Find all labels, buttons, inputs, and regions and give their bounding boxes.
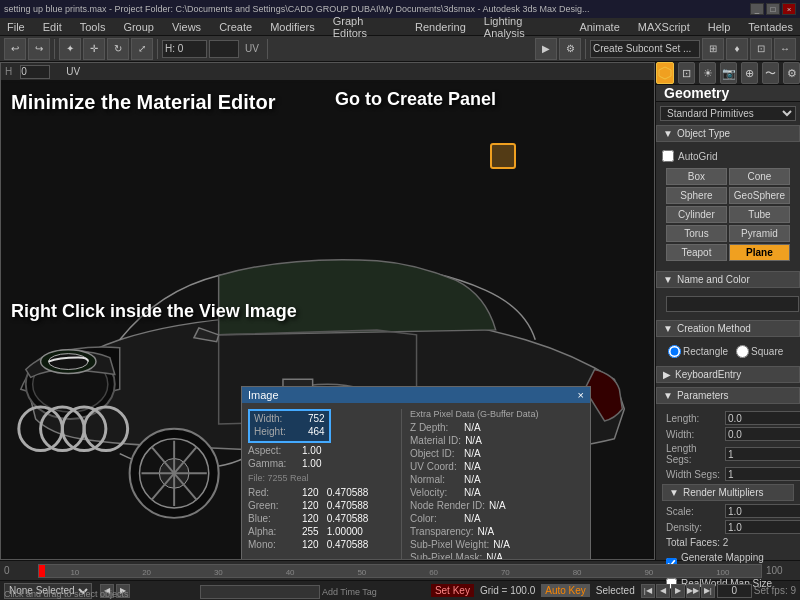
menu-group[interactable]: Group [120, 21, 157, 33]
redo-btn[interactable]: ↪ [28, 38, 50, 60]
spacewarps-icon-btn[interactable]: 〜 [762, 62, 779, 84]
auto-key-btn[interactable]: Auto Key [541, 584, 590, 597]
helpers-icon-btn[interactable]: ⊕ [741, 62, 758, 84]
pyramid-btn[interactable]: Pyramid [729, 225, 790, 242]
rectangle-radio[interactable]: Rectangle [668, 345, 728, 358]
tick-40: 40 [286, 568, 295, 577]
width-row: Width: 752 [254, 413, 325, 424]
prev-btn[interactable]: ◀ [656, 584, 670, 598]
matid-row: Material ID: N/A [410, 435, 584, 446]
nodeid-row: Node Render ID: N/A [410, 500, 584, 511]
rotate-btn[interactable]: ↻ [107, 38, 129, 60]
car-image[interactable]: Minimize the Material Editor Go to Creat… [1, 81, 654, 559]
object-name-input[interactable] [666, 296, 799, 312]
lsegs-input[interactable] [725, 447, 800, 461]
tb-btn1[interactable]: ⊞ [702, 38, 724, 60]
render-mult-section[interactable]: ▼ Render Multipliers [662, 484, 794, 501]
window-controls[interactable]: _ □ × [750, 3, 796, 15]
plane-btn[interactable]: Plane [729, 244, 790, 261]
move-btn[interactable]: ✛ [83, 38, 105, 60]
image-dialog-title[interactable]: Image × [242, 387, 590, 403]
width-input[interactable] [725, 427, 800, 441]
geometry-label: Geometry [656, 85, 800, 102]
y-input[interactable] [209, 40, 239, 58]
viewport-area: H UV [0, 62, 655, 560]
go-end-btn[interactable]: ▶| [701, 584, 715, 598]
menu-create[interactable]: Create [216, 21, 255, 33]
keyboard-entry-section[interactable]: ▶ KeyboardEntry [656, 366, 800, 383]
tube-btn[interactable]: Tube [729, 206, 790, 223]
systems-icon-btn[interactable]: ⚙ [783, 62, 800, 84]
tb-btn4[interactable]: ↔ [774, 38, 796, 60]
green-row: Green: 120 0.470588 [248, 500, 393, 511]
menu-bar: File Edit Tools Group Views Create Modif… [0, 18, 800, 36]
teapot-btn[interactable]: Teapot [666, 244, 727, 261]
named-sel-input[interactable] [590, 40, 700, 58]
square-radio[interactable]: Square [736, 345, 783, 358]
tb-btn2[interactable]: ♦ [726, 38, 748, 60]
cone-btn[interactable]: Cone [729, 168, 790, 185]
svg-marker-23 [659, 67, 671, 79]
right-status: Set Key Grid = 100.0 Auto Key Selected |… [431, 584, 796, 598]
primitives-dropdown[interactable]: Standard Primitives [660, 106, 796, 121]
menu-edit[interactable]: Edit [40, 21, 65, 33]
lights-icon-btn[interactable]: ☀ [699, 62, 716, 84]
menu-file[interactable]: File [4, 21, 28, 33]
undo-btn[interactable]: ↩ [4, 38, 26, 60]
cylinder-btn[interactable]: Cylinder [666, 206, 727, 223]
maximize-btn[interactable]: □ [766, 3, 780, 15]
mono-row: Mono: 120 0.470588 [248, 539, 393, 550]
menu-help[interactable]: Help [705, 21, 734, 33]
menu-lighting[interactable]: Lighting Analysis [481, 15, 565, 39]
add-time-input[interactable] [200, 585, 320, 599]
render-settings-btn[interactable]: ⚙ [559, 38, 581, 60]
minimize-btn[interactable]: _ [750, 3, 764, 15]
length-input[interactable] [725, 411, 800, 425]
menu-tools[interactable]: Tools [77, 21, 109, 33]
wsegs-input[interactable] [725, 467, 800, 481]
timeline-track[interactable]: 10 20 30 40 50 60 70 80 90 100 [38, 564, 762, 578]
scale-btn[interactable]: ⤢ [131, 38, 153, 60]
density-input[interactable] [725, 520, 800, 534]
name-color-section[interactable]: ▼ Name and Color [656, 271, 800, 288]
torus-btn[interactable]: Torus [666, 225, 727, 242]
fwd-btn[interactable]: ▶▶ [686, 584, 700, 598]
viewport-h-input[interactable] [20, 65, 50, 79]
menu-views[interactable]: Views [169, 21, 204, 33]
scale-row: Scale: ▲ ▼ [662, 503, 794, 519]
x-input[interactable] [162, 40, 207, 58]
menu-rendering[interactable]: Rendering [412, 21, 469, 33]
parameters-section[interactable]: ▼ Parameters [656, 387, 800, 404]
autogrid-cb[interactable] [662, 150, 674, 162]
set-key-area[interactable]: Set Key [431, 584, 474, 597]
menu-modifiers[interactable]: Modifiers [267, 21, 318, 33]
geosphere-btn[interactable]: GeoSphere [729, 187, 790, 204]
select-btn[interactable]: ✦ [59, 38, 81, 60]
grid-display: Grid = 100.0 [480, 585, 535, 596]
image-dialog-content: Width: 752 Height: 464 Aspect: [242, 403, 590, 559]
transparency-row: Transparency: N/A [410, 526, 584, 537]
object-type-section[interactable]: ▼ Object Type [656, 125, 800, 142]
menu-animate[interactable]: Animate [576, 21, 622, 33]
creation-method-section[interactable]: ▼ Creation Method [656, 320, 800, 337]
play-btn[interactable]: ▶ [671, 584, 685, 598]
menu-maxscript[interactable]: MAXScript [635, 21, 693, 33]
close-btn[interactable]: × [782, 3, 796, 15]
creation-method-content: Rectangle Square [656, 339, 800, 364]
scale-input[interactable] [725, 504, 800, 518]
go-start-btn[interactable]: |◀ [641, 584, 655, 598]
autogrid-row: AutoGrid [662, 148, 794, 164]
frame-input[interactable] [717, 584, 752, 598]
render-btn[interactable]: ▶ [535, 38, 557, 60]
object-type-content: AutoGrid Box Cone Sphere GeoSphere Cylin… [656, 144, 800, 269]
menu-graph-editors[interactable]: Graph Editors [330, 15, 400, 39]
shapes-icon-btn[interactable]: ⊡ [678, 62, 695, 84]
status-bar: None Selected ◀ ▶ Set Key Grid = 100.0 A… [0, 580, 800, 600]
sphere-btn[interactable]: Sphere [666, 187, 727, 204]
viewport-header: H UV [1, 63, 654, 81]
tb-btn3[interactable]: ⊡ [750, 38, 772, 60]
menu-tentades[interactable]: Tentades [745, 21, 796, 33]
box-btn[interactable]: Box [666, 168, 727, 185]
cameras-icon-btn[interactable]: 📷 [720, 62, 737, 84]
geometry-icon-btn[interactable] [656, 62, 674, 84]
